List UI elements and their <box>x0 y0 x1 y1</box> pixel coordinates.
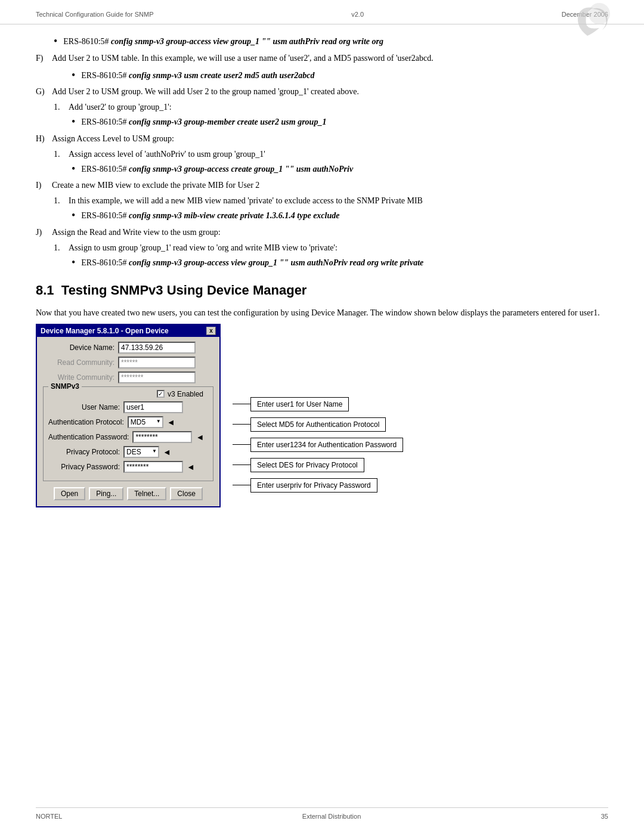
ers1-prefix: ERS-8610:5# <box>63 37 109 46</box>
bullet-item-ers4: • ERS-8610:5# config snmp-v3 group-acces… <box>72 163 608 176</box>
numbered-2: 1. Assign access level of 'authNoPriv' t… <box>54 150 608 159</box>
dm-read-community-row: Read Community: ****** <box>43 357 213 368</box>
intro-paragraph: Now that you have created two new users,… <box>36 306 608 319</box>
dm-device-name-label: Device Name: <box>43 343 114 352</box>
para-i-label: I) <box>36 179 49 191</box>
numbered-4: 1. Assign to usm group 'group_1' read vi… <box>54 243 608 253</box>
dm-device-name-row: Device Name: 47.133.59.26 <box>43 342 213 354</box>
para-f: F) Add User 2 to USM table. In this exam… <box>36 52 608 64</box>
logo-area <box>569 3 611 42</box>
dm-auth-password-row: Authentication Password: ******** ◄ <box>48 431 208 443</box>
nortel-logo <box>569 3 611 42</box>
numbered-1: 1. Add 'user2' to group 'group_1': <box>54 103 608 112</box>
auth-protocol-arrow-indicator: ◄ <box>167 417 175 427</box>
dm-auth-protocol-value: MD5 <box>131 418 145 426</box>
num-1-label: 1. <box>54 103 66 112</box>
page: Technical Configuration Guide for SNMP v… <box>0 0 644 833</box>
num-4-text: Assign to usm group 'group_1' read view … <box>69 243 338 253</box>
callout-line-3 <box>233 444 250 445</box>
dm-ping-button[interactable]: Ping... <box>89 487 123 500</box>
callout-entry-3: Enter user1234 for Authentication Passwo… <box>233 438 403 452</box>
dm-read-community-input[interactable]: ****** <box>118 357 196 368</box>
ers4-prefix: ERS-8610:5# <box>81 165 126 174</box>
numbered-3: 1. In this example, we will add a new MI… <box>54 196 608 206</box>
dm-close-button-bottom[interactable]: Close <box>170 487 203 500</box>
callout-label-2: Select MD5 for Authentication Protocol <box>250 417 386 432</box>
dm-telnet-button[interactable]: Telnet... <box>127 487 166 500</box>
bullet-text-ers5: ERS-8610:5# config snmp-v3 mib-view crea… <box>81 209 608 222</box>
callout-line-1 <box>233 404 250 404</box>
num-3-label: 1. <box>54 196 66 206</box>
callout-entry-2: Select MD5 for Authentication Protocol <box>233 417 403 432</box>
bullet-item-ers6: • ERS-8610:5# config snmp-v3 group-acces… <box>72 256 608 270</box>
dm-v3-enabled-label: v3 Enabled <box>168 390 203 398</box>
dm-write-community-input[interactable]: ******** <box>118 371 196 383</box>
dm-v3-enabled-row: ✓ v3 Enabled <box>48 390 208 398</box>
para-j: J) Assign the Read and Write view to the… <box>36 226 608 239</box>
bullet-text-ers6: ERS-8610:5# config snmp-v3 group-access … <box>81 256 608 269</box>
bullet-text-ers3: ERS-8610:5# config snmp-v3 group-member … <box>81 116 608 128</box>
dm-user-name-label: User Name: <box>48 403 120 411</box>
bullet-text-ers2: ERS-8610:5# config snmp-v3 usm create us… <box>81 69 608 82</box>
ers4-code: config snmp-v3 group-access create group… <box>129 165 353 174</box>
callout-spacer-2 <box>233 432 403 438</box>
page-header: Technical Configuration Guide for SNMP v… <box>0 0 644 24</box>
dm-close-button[interactable]: x <box>206 327 216 335</box>
dm-auth-password-label: Authentication Password: <box>48 433 129 441</box>
callout-spacer-3 <box>233 452 403 458</box>
dm-write-community-row: Write Community: ******** <box>43 371 213 383</box>
para-h-label: H) <box>36 132 49 145</box>
callout-line-2 <box>233 424 250 425</box>
dm-with-callouts: Device Manager 5.8.1.0 - Open Device x D… <box>36 324 608 507</box>
callout-label-4: Select DES for Privacy Protocol <box>250 458 364 472</box>
callout-line-5 <box>233 485 250 485</box>
dm-auth-protocol-select[interactable]: MD5 ▼ <box>128 416 163 428</box>
dm-auth-protocol-label: Authentication Protocol: <box>48 418 124 426</box>
main-content: • ERS-8610:5# config snmp-v3 group-acces… <box>0 24 644 525</box>
num-2-text: Assign access level of 'authNoPriv' to u… <box>69 150 265 159</box>
num-4-label: 1. <box>54 243 66 253</box>
ers2-prefix: ERS-8610:5# <box>81 71 126 80</box>
bullet-dot: • <box>54 35 57 48</box>
section-title: Testing SNMPv3 Using Device Manager <box>61 283 307 298</box>
bullet-dot-6: • <box>72 256 75 270</box>
para-h: H) Assign Access Level to USM group: <box>36 132 608 145</box>
dm-privacy-password-input[interactable]: ******** <box>123 461 183 473</box>
bullet-dot-3: • <box>72 116 75 129</box>
dm-device-name-input[interactable]: 47.133.59.26 <box>118 342 196 354</box>
para-g-label: G) <box>36 85 49 98</box>
para-f-text: Add User 2 to USM table. In this example… <box>52 52 608 64</box>
dm-privacy-select-arrow: ▼ <box>152 448 157 454</box>
ers1-code: config snmp-v3 group-access view group_1… <box>111 37 383 46</box>
dm-write-community-label: Write Community: <box>43 373 114 382</box>
callout-entry-1: Enter user1 for User Name <box>233 397 403 411</box>
dm-privacy-protocol-label: Privacy Protocol: <box>48 448 120 456</box>
dm-body: Device Name: 47.133.59.26 Read Community… <box>37 337 219 506</box>
para-j-text: Assign the Read and Write view to the us… <box>52 226 608 239</box>
dm-open-button[interactable]: Open <box>54 487 85 500</box>
section-heading: 8.1 Testing SNMPv3 Using Device Manager <box>36 283 608 298</box>
device-manager-dialog[interactable]: Device Manager 5.8.1.0 - Open Device x D… <box>36 324 221 507</box>
bullet-item-ers3: • ERS-8610:5# config snmp-v3 group-membe… <box>72 116 608 129</box>
para-h-text: Assign Access Level to USM group: <box>52 132 608 145</box>
header-center: v2.0 <box>351 11 364 18</box>
ers2-code: config snmp-v3 usm create user2 md5 auth… <box>129 71 315 80</box>
bullet-dot-5: • <box>72 209 75 222</box>
ers6-code: config snmp-v3 group-access view group_1… <box>129 258 423 267</box>
para-j-label: J) <box>36 226 49 239</box>
para-g-text: Add User 2 to USM group. We will add Use… <box>52 85 608 98</box>
ers3-code: config snmp-v3 group-member create user2… <box>129 117 326 126</box>
ers6-prefix: ERS-8610:5# <box>81 258 126 267</box>
dm-v3-checkbox[interactable]: ✓ <box>157 390 165 398</box>
footer-left: NORTEL <box>36 813 62 820</box>
bullet-item-ers1: • ERS-8610:5# config snmp-v3 group-acces… <box>54 35 608 48</box>
dm-privacy-password-label: Privacy Password: <box>48 463 120 471</box>
bullet-item-ers2: • ERS-8610:5# config snmp-v3 usm create … <box>72 69 608 82</box>
para-f-label: F) <box>36 52 49 64</box>
dm-auth-password-input[interactable]: ******** <box>132 431 192 443</box>
dm-privacy-protocol-select[interactable]: DES ▼ <box>123 446 159 458</box>
callout-entry-4: Select DES for Privacy Protocol <box>233 458 403 472</box>
dm-auth-select-arrow: ▼ <box>156 419 161 424</box>
para-i-text: Create a new MIB view to exclude the pri… <box>52 179 608 191</box>
dm-user-name-input[interactable]: user1 <box>123 401 183 413</box>
